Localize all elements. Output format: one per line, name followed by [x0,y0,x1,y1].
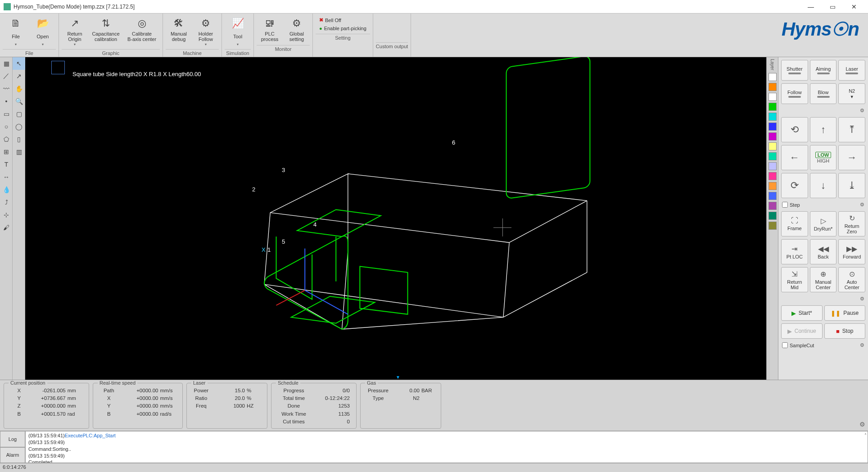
global-setting-button[interactable]: ⚙ Global setting [284,15,310,44]
back-button[interactable]: ◀◀Back [810,239,837,264]
scroll-up-icon[interactable]: ˄ [864,432,867,439]
layer-swatch-13[interactable] [769,202,777,210]
minimize-button[interactable]: — [800,0,821,13]
bell-off-toggle[interactable]: ✖Bell Off [319,17,366,23]
ribbon-group-custom: Custom output [373,14,411,57]
text-tool-button[interactable]: T [0,158,13,171]
auto-center-button[interactable]: ⊙Auto Center [838,267,865,292]
continue-button[interactable]: ▶Continue [781,323,823,339]
n2-button[interactable]: N2▼ [838,83,865,104]
capacitance-calibration-button[interactable]: ⇅ Capacitance calibration [89,15,123,48]
layer-swatch-15[interactable] [769,222,777,230]
anchor-tool-button[interactable]: ⊹ [0,209,13,221]
stop-button[interactable]: ■Stop [824,323,866,339]
gear-icon[interactable]: ⚙ [860,296,864,302]
jog-z-up-button[interactable]: ⤒ [838,117,865,142]
pause-button[interactable]: ❚❚Pause [824,305,866,321]
pierce-tool-button[interactable]: ⤴ [0,196,13,209]
indicator-bar [817,96,830,98]
return-origin-button[interactable]: ↗︎ Return Origin ▾ [62,15,88,48]
gear-icon: ⚙ [290,17,303,30]
jog-right-button[interactable]: → [838,145,865,170]
log-tab[interactable]: Log [0,431,25,447]
close-button[interactable]: ✕ [844,0,864,13]
return-mid-button[interactable]: ⇲Return Mid [781,267,808,292]
return-zero-button[interactable]: ↻Return Zero [838,211,865,236]
gear-icon[interactable]: ⚙ [860,342,864,348]
jog-rotate-ccw-button[interactable]: ⟲ [781,117,808,142]
array-tool-button[interactable]: ⊞ [0,145,13,158]
layer-swatch-6[interactable] [769,132,777,141]
manual-debug-button[interactable]: 🛠 Manual debug [166,15,192,48]
layer-swatch-10[interactable] [769,172,777,180]
select-tool-button[interactable]: ↖ [13,57,25,70]
start-button[interactable]: ▶Start* [781,305,823,321]
footer-bar: 6:0:14:276 [0,463,868,472]
frame-button[interactable]: ⛶Frame [781,211,808,236]
file-button[interactable]: 🗎 File ▾ [3,15,29,48]
layer-swatch-3[interactable] [769,103,777,111]
tool-button[interactable]: 📈 Tool ▾ [225,15,251,48]
layer-swatch-2[interactable] [769,93,777,101]
rect-tool-button[interactable]: ▭ [0,108,13,120]
jog-rotate-cw-button[interactable]: ⟳ [781,173,808,198]
tile-tool-button[interactable]: ▥ [13,145,25,158]
brush-tool-button[interactable]: 🖌 [0,221,13,234]
blow-button[interactable]: Blow [810,83,837,104]
layer-swatch-11[interactable] [769,182,777,190]
measure-tool-button[interactable]: ↔ [0,171,13,183]
box-tool-button[interactable]: ▢ [13,108,25,120]
aiming-button[interactable]: Aiming [810,60,837,81]
layer-swatch-1[interactable] [769,83,777,91]
gear-icon[interactable]: ⚙ [859,421,865,428]
jog-down-button[interactable]: ↓ [810,173,837,198]
layer-swatch-4[interactable] [769,113,777,121]
dryrun-button[interactable]: ▷DryRun* [810,211,837,236]
gear-icon[interactable]: ⚙ [860,202,864,208]
alarm-tab[interactable]: Alarm [0,447,25,463]
follow-button[interactable]: Follow [781,83,808,104]
curve-tool-button[interactable]: 〰 [0,82,13,95]
gear-icon[interactable]: ⚙ [860,108,864,113]
zoom-tool-button[interactable]: 🔍 [13,95,25,108]
calibrate-baxis-button[interactable]: ◎ Calibrate B-axis center [124,15,160,48]
point-tool-button[interactable]: • [0,95,13,108]
layer-swatch-0[interactable] [769,73,777,81]
calibration-icon: ⇅ [99,17,112,30]
log-content[interactable]: (09/13 15:59:41)ExecutePLC:App_Start (09… [25,431,868,463]
samplecut-checkbox[interactable] [782,342,788,348]
manual-center-button[interactable]: ⊕Manual Center [810,267,837,292]
ring-tool-button[interactable]: ◯ [13,120,25,133]
grid-snap-button[interactable]: ▦ [0,57,13,70]
droplet-tool-button[interactable]: 💧 [0,183,13,196]
x-icon: ✖ [319,17,323,23]
tube-tool-button[interactable]: ▯ [13,133,25,145]
plc-process-button[interactable]: 🖳 PLC process [257,15,283,44]
cad-viewport[interactable]: Square tube Side length20 X R1.8 X Lengt… [25,57,766,380]
layer-swatch-14[interactable] [769,212,777,220]
jog-left-button[interactable]: ← [781,145,808,170]
jog-up-button[interactable]: ↑ [810,117,837,142]
layer-swatch-8[interactable] [769,152,777,160]
enable-part-picking-toggle[interactable]: ●Enable part-picking [319,26,366,31]
step-checkbox[interactable] [782,202,788,208]
circle-tool-button[interactable]: ○ [0,120,13,133]
shutter-button[interactable]: Shutter [781,60,808,81]
line-tool-button[interactable]: ／ [0,70,13,82]
polygon-tool-button[interactable]: ⬠ [0,133,13,145]
pan-tool-button[interactable]: ✋ [13,82,25,95]
layer-swatch-12[interactable] [769,192,777,200]
layer-swatch-9[interactable] [769,162,777,170]
forward-button[interactable]: ▶▶Forward [838,239,865,264]
speed-low-high-button[interactable]: LOWHIGH [810,145,837,170]
pt-loc-button[interactable]: ⇥Pt LOC [781,239,808,264]
edit-node-button[interactable]: ↗ [13,70,25,82]
layer-swatch-7[interactable] [769,142,777,150]
jog-z-down-button[interactable]: ⤓ [838,173,865,198]
layer-swatch-5[interactable] [769,123,777,131]
laser-button[interactable]: Laser [838,60,865,81]
open-button[interactable]: 📂 Open ▾ [30,15,56,48]
maximize-button[interactable]: ▭ [822,0,843,13]
holder-follow-button[interactable]: ⚙ Holder Follow ▾ [193,15,219,48]
folder-open-icon: 📂 [36,17,49,30]
